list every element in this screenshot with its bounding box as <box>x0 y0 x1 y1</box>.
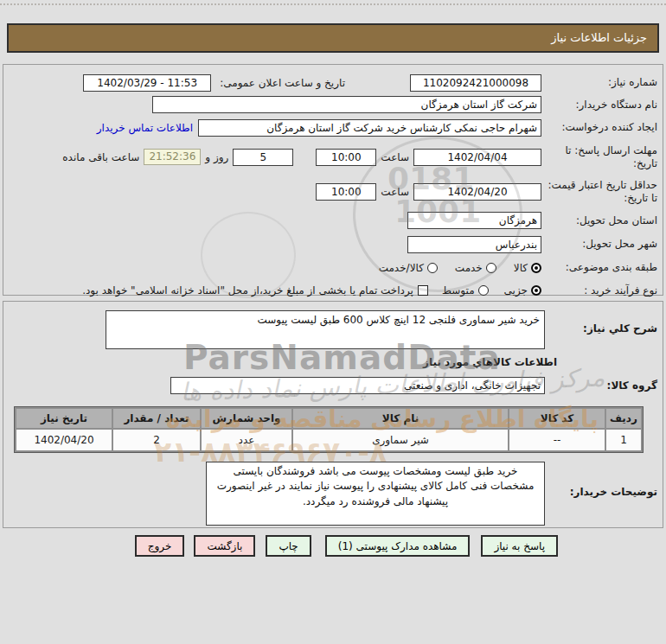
buyer-notes-label: توضیحات خریدار: <box>545 462 657 499</box>
cell-row-number: 1 <box>606 430 641 450</box>
exit-button[interactable]: خروج <box>135 535 185 557</box>
delivery-city-label: شهر محل تحویل: <box>541 238 657 251</box>
col-quantity: تعداد / مقدار <box>113 409 200 428</box>
print-button[interactable]: چاپ <box>266 535 311 557</box>
delivery-city-field[interactable] <box>407 236 541 253</box>
buyer-notes-textarea[interactable]: خرید طبق لیست ومشخصات پیوست می باشد فروش… <box>206 462 545 526</box>
need-desc-textarea[interactable]: خرید شیر سماوری فلنجی 12 اینچ کلاس 600 ط… <box>106 310 545 349</box>
subject-class-label: طبقه بندی موضوعی: <box>541 261 657 274</box>
col-goods-code: کد کالا <box>509 409 605 428</box>
goods-table-header-row: ردیف کد کالا نام کالا واحد شمارش تعداد /… <box>16 409 641 428</box>
col-count-unit: واحد شمارش <box>202 409 291 428</box>
treasury-checkbox-label: پرداخت تمام یا بخشی از مبلغ خرید،از محل … <box>82 284 413 296</box>
col-need-date: تاریخ نیاز <box>16 409 112 428</box>
radio-partial-selected[interactable] <box>531 285 541 296</box>
countdown-label: ساعت باقی مانده <box>62 151 139 163</box>
delivery-province-label: استان محل تحویل: <box>541 214 657 227</box>
col-row-number: ردیف <box>606 409 641 428</box>
goods-section-title: اطلاعات کالاهاي مورد نیاز <box>9 356 557 368</box>
radio-medium[interactable] <box>478 285 489 296</box>
back-button[interactable]: بازگشت <box>194 535 255 557</box>
cell-count-unit: عدد <box>202 430 291 450</box>
cell-quantity: 2 <box>113 430 200 450</box>
cell-goods-code: -- <box>509 430 605 450</box>
radio-partial-label: جزیی <box>504 284 528 296</box>
need-details-page: جزئیات اطلاعات نیاز شماره نیاز: تاریخ و … <box>0 0 666 644</box>
countdown-timer: 21:52:36 <box>144 149 201 165</box>
page-title: جزئیات اطلاعات نیاز <box>7 23 659 53</box>
col-goods-name: نام کالا <box>293 409 508 428</box>
price-validity-time-field[interactable] <box>316 183 376 201</box>
radio-medium-label: متوسط <box>442 284 475 296</box>
goods-group-field[interactable] <box>170 377 545 394</box>
price-hour-label: ساعت <box>381 186 409 198</box>
request-creator-field[interactable] <box>198 119 541 137</box>
goods-table-row: 1 -- شیر سماوری عدد 2 1402/04/20 <box>16 430 641 450</box>
radio-service[interactable] <box>486 263 496 273</box>
announce-datetime-label: تاریخ و ساعت اعلان عمومی: <box>211 77 345 89</box>
price-validity-date-field[interactable] <box>413 183 541 201</box>
cell-need-date: 1402/04/20 <box>16 430 112 450</box>
purchase-type-label: نوع فرآیند خرید : <box>541 284 657 297</box>
reply-hour-label: ساعت <box>381 151 409 163</box>
goods-group-label: گروه کالا: <box>545 379 657 392</box>
radio-service-label: خدمت <box>455 262 483 274</box>
need-number-field[interactable] <box>410 74 541 92</box>
days-remaining-field[interactable] <box>233 149 293 166</box>
need-desc-label: شرح کلي نیاز: <box>545 310 657 335</box>
cell-goods-name: شیر سماوری <box>293 430 508 450</box>
request-creator-label: ایجاد کننده درخواست: <box>541 121 657 134</box>
reply-deadline-time-field[interactable] <box>316 149 376 166</box>
need-number-label: شماره نیاز: <box>541 76 657 89</box>
buyer-contact-link[interactable]: اطلاعات تماس خریدار <box>97 122 193 134</box>
radio-goods-service[interactable] <box>427 263 438 273</box>
buyer-org-label: نام دستگاه خریدار: <box>541 99 657 112</box>
goods-table: ردیف کد کالا نام کالا واحد شمارش تعداد /… <box>14 406 644 453</box>
top-dotted-divider <box>0 3 666 5</box>
reply-deadline-date-field[interactable] <box>413 149 541 166</box>
goods-info-panel: شرح کلي نیاز: خرید شیر سماوری فلنجی 12 ا… <box>3 301 663 528</box>
treasury-checkbox[interactable] <box>418 285 428 296</box>
action-buttons: پاسخ به نیاز مشاهده مدارک پیوستی (1) چاپ… <box>135 535 558 557</box>
reply-deadline-label: مهلت ارسال پاسخ: تا تاریخ: <box>541 144 657 170</box>
price-validity-label: حداقل تاریخ اعتبار قیمت: تا تاریخ: <box>541 179 657 205</box>
days-label: روز و <box>205 151 228 163</box>
view-attached-docs-button[interactable]: مشاهده مدارک پیوستی (1) <box>325 535 471 557</box>
radio-goods-label: کالا <box>514 262 528 274</box>
reply-to-need-button[interactable]: پاسخ به نیاز <box>481 535 558 557</box>
radio-goods-service-label: کالا/خدمت <box>379 262 424 274</box>
announce-datetime-field[interactable] <box>83 74 211 92</box>
buyer-org-field[interactable] <box>152 96 541 113</box>
radio-goods-selected[interactable] <box>531 263 541 273</box>
need-info-panel: شماره نیاز: تاریخ و ساعت اعلان عمومی: نا… <box>3 64 663 296</box>
delivery-province-field[interactable] <box>407 212 541 229</box>
